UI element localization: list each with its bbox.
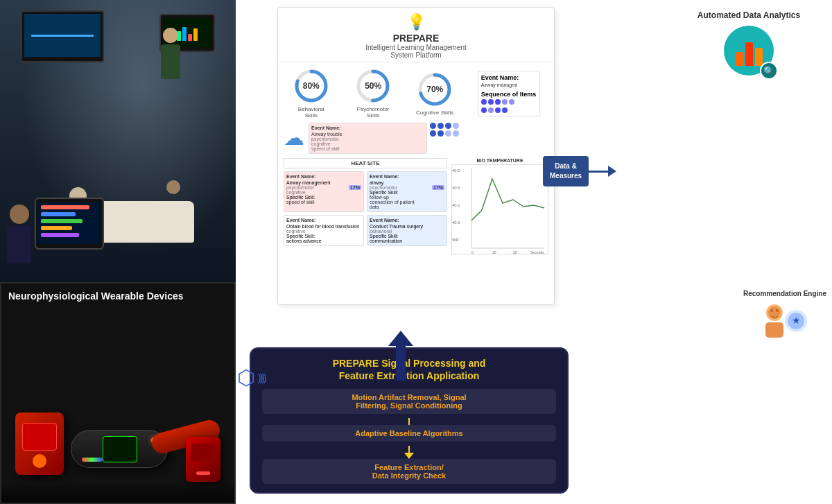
- progress-row: 80% Behavioral Skills 50% Psychomotor: [284, 68, 548, 119]
- prepare-title: PREPARE: [281, 33, 551, 44]
- data-measures-section: Data &Measures: [543, 156, 616, 186]
- doctor-figure: [161, 28, 180, 79]
- wearable-small-device: [186, 437, 220, 482]
- bt-waves-icon: )))): [258, 372, 266, 383]
- data-measures-arrow: [589, 166, 616, 177]
- arrow-head: [608, 166, 616, 177]
- analytics-section: Automated Data Analytics 🔍: [673, 10, 825, 76]
- event-cards-bottom: HEAT SITE Event Name: Airway management …: [284, 158, 447, 254]
- signal-item-2: Adaptive Baseline Algorithms: [262, 425, 556, 442]
- event-grid-top: Event Name: Airway trouble psychomotor c…: [309, 123, 548, 154]
- wall-tv: [21, 10, 104, 62]
- svg-rect-65: [765, 322, 783, 338]
- svg-text:★: ★: [792, 315, 801, 326]
- event-card-3: Event Name: airway psychomotor 17% Speci…: [367, 171, 447, 212]
- event-row: ☁ Event Name: Airway trouble psychomotor…: [284, 123, 548, 154]
- upload-arrow: [388, 331, 413, 381]
- signal-divider-2: [408, 446, 410, 453]
- psychomotor-skills-progress: 50% Psychomotor Skills: [354, 68, 392, 119]
- prepare-subtitle: Intelligent Learning Management: [281, 44, 551, 51]
- left-column: Neurophysiological Wearable Devices: [0, 0, 236, 504]
- event-card-4: Event Name: Obtain blood for blood trans…: [284, 215, 364, 246]
- vital-chart: 40.0 40.5 40.1 40.2 WP 0: [451, 164, 548, 254]
- analytics-bar-chart: [736, 35, 763, 66]
- analytics-title: Automated Data Analytics: [673, 10, 825, 20]
- center-column: 💡 PREPARE Intelligent Learning Managemen…: [236, 0, 610, 504]
- svg-text:0: 0: [471, 250, 474, 254]
- svg-text:Seconds: Seconds: [530, 250, 544, 254]
- data-measures-box: Data &Measures: [543, 156, 589, 186]
- svg-point-66: [770, 309, 773, 312]
- prepare-header: 💡 PREPARE Intelligent Learning Managemen…: [278, 8, 554, 62]
- recommendation-engine-section: Recommendation Engine ★: [743, 290, 826, 351]
- prepare-body: 80% Behavioral Skills 50% Psychomotor: [278, 62, 554, 260]
- right-column: Automated Data Analytics 🔍: [638, 0, 832, 504]
- wearable-section: Neurophysiological Wearable Devices: [0, 282, 236, 504]
- signal-divider-1: [408, 418, 410, 425]
- bluetooth-connection: ⬡ )))): [237, 365, 266, 390]
- main-container: Neurophysiological Wearable Devices: [0, 0, 832, 504]
- tablet-person: [7, 205, 31, 263]
- svg-text:10: 10: [492, 250, 496, 254]
- sequence-box: Event Name: Airway managmt Sequence of I…: [478, 71, 540, 116]
- bluetooth-icon: ⬡: [237, 365, 255, 390]
- vital-chart-container: BIO TEMPERATURE 40.0 40.5 40.1 40.2 WP: [451, 158, 548, 254]
- cloud-icon: ☁: [284, 125, 304, 150]
- behavioral-skills-progress: 80% Behavioral Skills: [292, 68, 330, 119]
- event-card-5: Event Name: Conduct Trauma surgery behav…: [367, 215, 447, 246]
- heat-chart-row: HEAT SITE Event Name: Airway management …: [284, 158, 548, 254]
- prepare-platform: 💡 PREPARE Intelligent Learning Managemen…: [277, 7, 555, 305]
- svg-point-67: [776, 309, 779, 312]
- svg-text:20: 20: [513, 250, 517, 254]
- arrow-shaft: [589, 171, 608, 173]
- tablet-device: [35, 198, 104, 250]
- analytics-icon: 🔍: [724, 26, 774, 76]
- heat-site-label: HEAT SITE: [284, 158, 447, 168]
- rec-engine-icon: ★: [757, 300, 813, 349]
- yellow-arrow-icon: [404, 453, 414, 459]
- wearable-device-1: [15, 412, 64, 475]
- event-card-2: Event Name: Airway management psychomoto…: [284, 171, 364, 212]
- signal-item-1: Motion Artifact Removal, SignalFiltering…: [262, 389, 556, 414]
- cognitive-skills-progress: 70% Cognitive Skills: [416, 71, 453, 116]
- prepare-subtitle2: System Platform: [281, 51, 551, 59]
- dots-col: [430, 123, 548, 154]
- signal-item-3: Feature Extraction/Data Integrity Check: [262, 459, 556, 484]
- wearable-label: Neurophysiological Wearable Devices: [8, 290, 184, 302]
- magnifier-icon: 🔍: [760, 62, 778, 80]
- event-card-1: Event Name: Airway trouble psychomotor c…: [309, 123, 427, 154]
- prepare-bulb-icon: 💡: [281, 13, 551, 31]
- hospital-photo: [0, 0, 236, 284]
- event-grid-bottom: Event Name: Airway management psychomoto…: [284, 171, 447, 246]
- rec-engine-title: Recommendation Engine: [743, 290, 826, 297]
